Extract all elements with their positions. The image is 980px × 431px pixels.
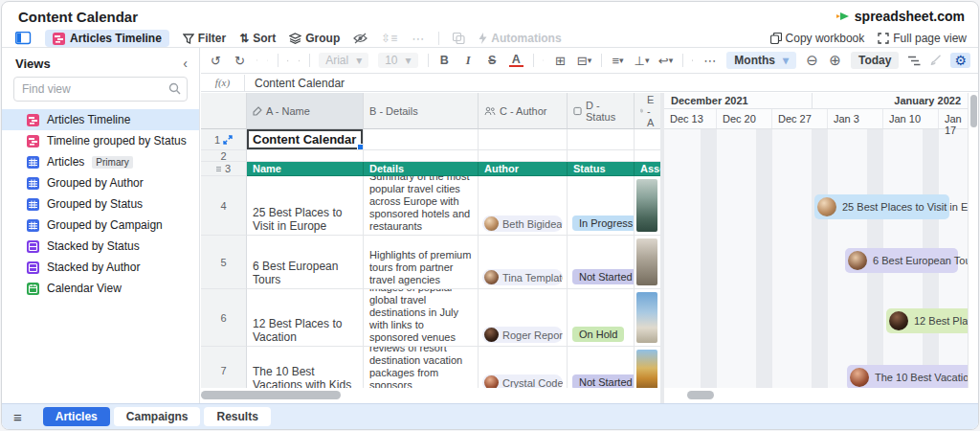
status-cell[interactable]: Not Started — [568, 236, 635, 289]
timeline-horizontal-scrollbar[interactable] — [664, 391, 966, 399]
row-number-2[interactable]: 2 — [201, 150, 247, 162]
selected-cell-a1[interactable]: Content Calendar — [247, 129, 364, 150]
toggle-sidebar-icon[interactable] — [15, 32, 32, 45]
paint-format-icon[interactable] — [267, 55, 268, 66]
scrollbar-thumb[interactable] — [970, 95, 977, 127]
row-number-7[interactable]: 7 — [201, 347, 247, 388]
scrollbar-thumb[interactable] — [687, 391, 714, 399]
cell[interactable] — [568, 129, 635, 150]
cell[interactable] — [479, 150, 568, 162]
merge-cells-icon[interactable]: ⊟▾ — [577, 54, 591, 68]
timeline-canvas[interactable]: 25 Best Places to Visit in Europe 6 Best… — [664, 129, 968, 388]
sort-button[interactable]: ⇅ Sort — [239, 32, 276, 45]
author-cell[interactable]: Beth Bigidea — [479, 176, 568, 236]
find-view-input[interactable] — [13, 77, 188, 102]
author-cell[interactable]: Crystal Codebase — [479, 347, 568, 388]
asset-cell[interactable] — [635, 347, 660, 388]
timeline-bar[interactable]: 6 Best European Tours — [845, 248, 958, 273]
status-cell[interactable]: In Progress — [568, 176, 635, 236]
sidebar-item-articles[interactable]: Articles Primary — [2, 151, 199, 172]
cell[interactable] — [364, 129, 479, 150]
author-cell[interactable]: Roger Reports — [479, 289, 568, 347]
drag-handle-icon[interactable] — [216, 167, 221, 171]
table-header-details[interactable]: Details — [364, 162, 479, 176]
strikethrough-button[interactable]: S — [485, 54, 500, 67]
automations-button[interactable]: Automations — [479, 32, 561, 45]
hide-fields-icon[interactable] — [353, 33, 368, 44]
details-cell[interactable]: Summaries and reviews of resort destinat… — [364, 347, 479, 388]
asset-cell[interactable] — [635, 289, 660, 347]
expand-record-icon[interactable] — [223, 135, 233, 145]
row-number-6[interactable]: 6 — [201, 289, 247, 347]
row-number-5[interactable]: 5 — [201, 236, 247, 289]
select-all-corner[interactable] — [201, 93, 247, 129]
print-icon[interactable] — [256, 55, 257, 66]
sheet-menu-icon[interactable]: ≡ — [13, 409, 22, 425]
row-number-1[interactable]: 1 — [201, 129, 247, 150]
sidebar-item-grouped-by-author[interactable]: Grouped by Author — [2, 172, 199, 193]
column-header-e[interactable]: E - A — [635, 93, 660, 129]
name-cell[interactable]: 25 Best Places to Visit in Europe — [247, 176, 364, 236]
font-select[interactable]: Arial ▾ — [319, 53, 368, 68]
redo-icon[interactable]: ↻ — [233, 54, 247, 68]
bold-button[interactable]: B — [437, 54, 452, 67]
timeline-rows-icon[interactable] — [907, 56, 921, 66]
full-page-view-button[interactable]: Full page view — [878, 32, 967, 45]
tab-articles[interactable]: Articles — [43, 407, 110, 426]
table-header-status[interactable]: Status — [568, 162, 635, 176]
column-header-c[interactable]: C - Author — [479, 93, 568, 129]
fill-color-icon[interactable] — [543, 55, 544, 66]
details-cell[interactable]: Summary of the most popular travel citie… — [364, 176, 479, 236]
timeline-bar[interactable]: The 10 Best Vacations with Kids — [847, 365, 968, 388]
undo-icon[interactable]: ↺ — [209, 54, 223, 68]
timeline-scale-select[interactable]: Months ▾ — [726, 52, 796, 69]
vertical-align-icon[interactable]: ⊥▾ — [635, 54, 649, 68]
table-header-name[interactable]: Name — [247, 162, 364, 176]
indent-icon[interactable] — [287, 56, 288, 66]
author-cell[interactable]: Tina Template — [479, 236, 568, 289]
italic-button[interactable]: I — [461, 54, 476, 68]
details-cell[interactable]: Short overviews and images of popular gl… — [364, 289, 479, 347]
today-button[interactable]: Today — [851, 52, 899, 69]
filter-button[interactable]: Filter — [183, 32, 226, 45]
name-cell[interactable]: 6 Best European Tours — [247, 236, 364, 289]
tab-results[interactable]: Results — [204, 407, 270, 426]
cell[interactable] — [635, 129, 660, 150]
font-size-select[interactable]: 10 ▾ — [378, 53, 417, 68]
sidebar-item-grouped-by-campaign[interactable]: Grouped by Campaign — [2, 215, 199, 236]
timeline-bar[interactable]: 25 Best Places to Visit in Europe — [814, 194, 949, 219]
name-cell[interactable]: The 10 Best Vacations with Kids — [247, 347, 364, 388]
row-number-4[interactable]: 4 — [201, 176, 247, 236]
row-height-icon[interactable]: ⇳≡ — [381, 32, 397, 45]
asset-cell[interactable] — [635, 176, 660, 236]
timeline-bar[interactable]: 12 Best Places to Vacation — [886, 308, 968, 333]
table-header-assets[interactable]: Assets — [635, 162, 660, 176]
toolbar-more-icon[interactable]: ⋯ — [702, 54, 717, 68]
sidebar-item-timeline-grouped-by-status[interactable]: Timeline grouped by Status — [2, 130, 199, 151]
formula-value[interactable]: Content Calendar — [245, 77, 345, 90]
sidebar-item-stacked-by-author[interactable]: Stacked by Author — [2, 257, 199, 278]
asset-cell[interactable] — [635, 236, 660, 289]
cell[interactable] — [635, 150, 660, 162]
cell[interactable] — [247, 150, 364, 162]
sidebar-item-calendar-view[interactable]: Calendar View — [2, 278, 199, 299]
view-more-icon[interactable]: ⋯ — [411, 32, 425, 46]
details-cell[interactable]: Highlights of premium tours from partner… — [364, 236, 479, 289]
outdent-icon[interactable] — [299, 56, 300, 66]
row-number-3[interactable]: 3 — [201, 162, 247, 176]
table-header-author[interactable]: Author — [479, 162, 568, 176]
sidebar-item-stacked-by-status[interactable]: Stacked by Status — [2, 236, 199, 257]
forms-icon[interactable] — [453, 33, 465, 44]
collapse-sidebar-icon[interactable]: ‹ — [183, 56, 188, 71]
column-header-a[interactable]: A - Name — [247, 93, 364, 129]
insert-chart-icon[interactable] — [692, 55, 693, 66]
cell[interactable] — [479, 129, 568, 150]
horizontal-align-icon[interactable]: ≡▾ — [611, 54, 625, 68]
sidebar-item-grouped-by-status[interactable]: Grouped by Status — [2, 193, 199, 215]
cell[interactable] — [364, 150, 479, 162]
text-color-button[interactable]: A — [509, 55, 523, 67]
copy-workbook-button[interactable]: Copy workbook — [770, 32, 865, 45]
group-button[interactable]: Group — [289, 32, 340, 45]
format-brush-icon[interactable] — [929, 55, 942, 66]
grid-horizontal-scrollbar[interactable] — [201, 391, 660, 399]
